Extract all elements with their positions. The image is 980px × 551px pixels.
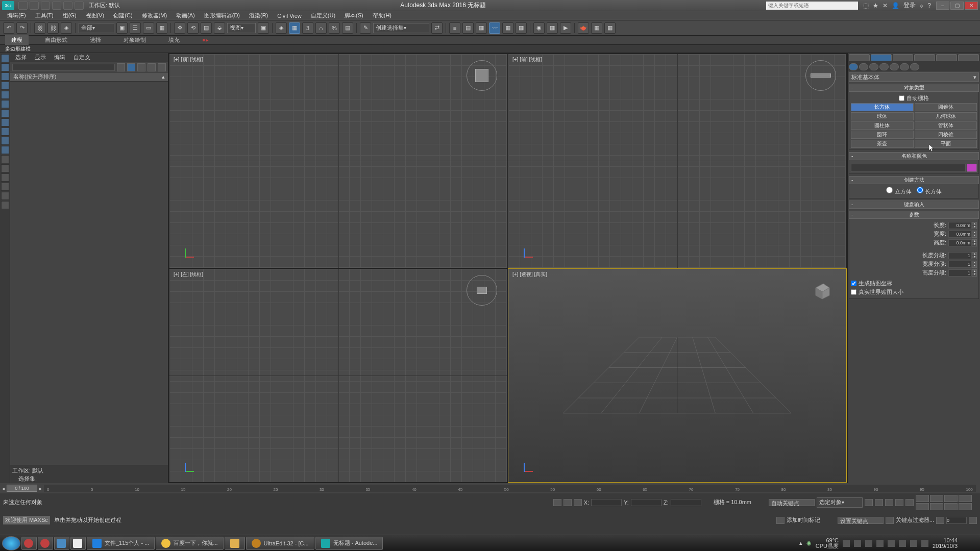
menu-help[interactable]: 帮助(H) xyxy=(369,11,396,20)
ref-coord[interactable]: 视图 ▾ xyxy=(227,23,256,33)
angle-snap[interactable]: 3 xyxy=(302,22,313,34)
vp-left-label[interactable]: [+] [左] [线框] xyxy=(174,271,203,278)
geometry-type-dropdown[interactable]: 标准基本体▾ xyxy=(849,72,979,82)
maximize-button[interactable]: ▢ xyxy=(950,2,964,10)
save-icon[interactable] xyxy=(41,2,50,10)
play-next[interactable] xyxy=(895,499,903,506)
obj-plane[interactable]: 平面 xyxy=(915,140,977,148)
vp-persp-label[interactable]: [+] [透视] [真实] xyxy=(512,271,547,278)
lseg-input[interactable] xyxy=(948,252,972,259)
new-icon[interactable] xyxy=(18,2,28,10)
menu-create[interactable]: 创建(C) xyxy=(109,11,136,20)
move-button[interactable]: ✥ xyxy=(174,22,185,34)
named-sel-set[interactable]: 创建选择集 ▾ xyxy=(373,23,429,33)
scene-search-input[interactable] xyxy=(12,64,115,71)
task-4[interactable]: UltraEdit-32 - [C... xyxy=(246,537,314,550)
exchange-icon[interactable]: ⟐ xyxy=(920,2,923,9)
manip-button[interactable]: ◈ xyxy=(276,22,287,34)
undo-button[interactable]: ↶ xyxy=(3,22,14,34)
length-spinner[interactable]: ▴▾ xyxy=(972,222,977,229)
cmd-tab-util[interactable] xyxy=(958,54,979,61)
ro-objtype-hdr[interactable]: 对象类型 xyxy=(849,84,979,92)
li-7[interactable] xyxy=(1,109,9,117)
nav-fov[interactable] xyxy=(944,495,958,502)
window-crossing-button[interactable]: ▦ xyxy=(156,22,167,34)
li-1[interactable] xyxy=(1,54,9,62)
obj-teapot[interactable]: 茶壶 xyxy=(851,140,914,148)
play-play[interactable] xyxy=(885,499,893,506)
selection-filter[interactable]: 全部 ▾ xyxy=(79,23,114,33)
li-11[interactable] xyxy=(1,146,9,154)
color-swatch[interactable] xyxy=(967,164,977,172)
li-5[interactable] xyxy=(1,91,9,99)
time-slider[interactable]: 0 / 100 xyxy=(7,485,37,492)
cat-space[interactable] xyxy=(900,63,909,70)
coord-y[interactable] xyxy=(631,499,662,506)
menu-tools[interactable]: 工具(T) xyxy=(31,11,58,20)
play-end[interactable] xyxy=(905,499,914,506)
viewcube-front[interactable] xyxy=(805,60,836,91)
hseg-spinner[interactable]: ▴▾ xyxy=(972,269,977,277)
star-icon[interactable]: ★ xyxy=(873,2,878,9)
ribbon-tab-fill[interactable]: 填充 xyxy=(162,35,186,45)
li-17[interactable] xyxy=(1,201,9,209)
viewcube-top[interactable] xyxy=(467,60,497,91)
li-4[interactable] xyxy=(1,82,9,90)
menu-view[interactable]: 视图(V) xyxy=(82,11,109,20)
schematic-view[interactable]: ▦ xyxy=(502,22,513,34)
viewcube-persp[interactable] xyxy=(805,275,836,306)
tray-3[interactable] xyxy=(865,540,872,547)
scene-sort-icon[interactable] xyxy=(148,63,156,71)
li-16[interactable] xyxy=(1,192,9,200)
frame-input[interactable] xyxy=(946,517,967,524)
cmd-tab-hierarchy[interactable] xyxy=(893,54,914,61)
cmd-tab-display[interactable] xyxy=(936,54,957,61)
radio-cube[interactable] xyxy=(886,187,893,193)
minimize-button[interactable]: – xyxy=(936,2,949,10)
object-name-input[interactable] xyxy=(851,164,966,172)
link-icon[interactable] xyxy=(75,2,84,10)
mirror-button[interactable]: ⇄ xyxy=(431,22,443,34)
ribbon-sub-label[interactable]: 多边形建模 xyxy=(5,45,31,53)
key-icon2[interactable] xyxy=(886,517,894,524)
setkey-button[interactable]: 设置关键点 xyxy=(838,517,884,524)
nav-zoomall[interactable] xyxy=(930,495,943,502)
workspace-label[interactable]: 工作区: 默认 xyxy=(89,2,120,9)
percent-snap[interactable]: ∩ xyxy=(315,22,327,34)
task-2[interactable]: 百度一下，你就... xyxy=(156,537,223,550)
wseg-spinner[interactable]: ▴▾ xyxy=(972,261,977,268)
nav-max[interactable] xyxy=(959,503,972,510)
redo-icon[interactable] xyxy=(63,2,72,10)
viewport-top[interactable]: [+] [顶] [线框] xyxy=(169,54,507,268)
viewport-front[interactable]: [+] [前] [线框] xyxy=(508,54,846,268)
scene-column-header[interactable]: 名称(按升序排序)▴ xyxy=(10,72,168,82)
close-button[interactable]: ✕ xyxy=(965,2,978,10)
goto-start[interactable] xyxy=(936,517,944,524)
tray-2[interactable] xyxy=(854,540,861,547)
scale-button[interactable]: ▤ xyxy=(201,22,212,34)
autogrid-checkbox[interactable] xyxy=(899,95,904,101)
named-sel-icon[interactable]: ✎ xyxy=(360,22,371,34)
link-button[interactable]: ⛓ xyxy=(34,22,45,34)
li-3[interactable] xyxy=(1,72,9,81)
cat-shapes[interactable] xyxy=(859,63,868,70)
help-icon[interactable]: ? xyxy=(927,2,931,9)
cmd-tab-motion[interactable] xyxy=(914,54,935,61)
autokey-button[interactable]: 自动关键点 xyxy=(769,499,815,506)
task-1[interactable]: 文件_115个人 - ... xyxy=(87,537,155,550)
render-frame[interactable]: ▦ xyxy=(547,22,558,34)
start-button[interactable] xyxy=(2,536,20,550)
li-6[interactable] xyxy=(1,100,9,108)
isolate-icon[interactable] xyxy=(553,499,561,506)
curve-editor[interactable]: 〰 xyxy=(489,22,500,34)
length-input[interactable] xyxy=(948,222,972,229)
menu-modifier[interactable]: 修改器(M) xyxy=(138,11,172,20)
menu-script[interactable]: 脚本(S) xyxy=(340,11,368,20)
play-prev[interactable] xyxy=(875,499,883,506)
rect-select-button[interactable]: ▭ xyxy=(143,22,154,34)
snap-toggle[interactable]: ▦ xyxy=(289,22,300,34)
scene-tree[interactable] xyxy=(10,82,168,465)
pinned-1[interactable] xyxy=(21,537,37,550)
coord-z[interactable] xyxy=(671,499,701,506)
cat-systems[interactable] xyxy=(910,63,919,70)
